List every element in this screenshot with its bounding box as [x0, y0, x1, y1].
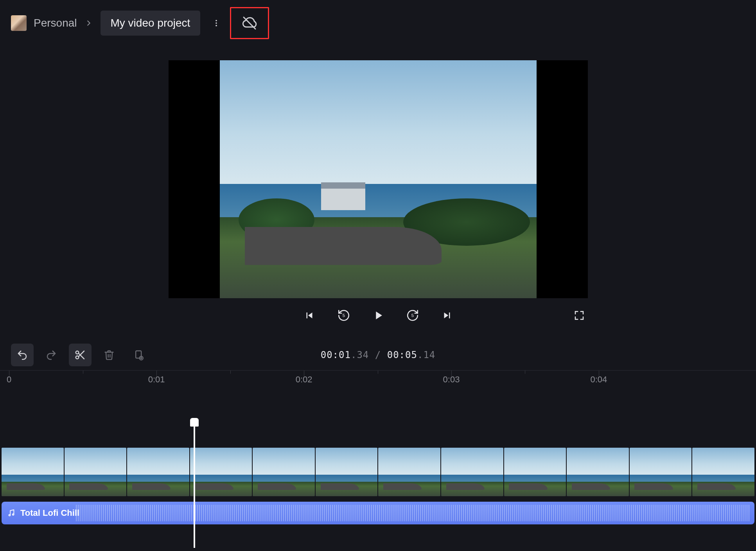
- undo-icon: [16, 349, 28, 361]
- timeline-toolbar: 00:01.34 / 00:05.14: [0, 340, 756, 366]
- audio-waveform: [76, 505, 751, 521]
- cloud-sync-button[interactable]: [239, 13, 260, 33]
- fullscreen-button[interactable]: [571, 307, 588, 324]
- ruler-label: 0: [7, 375, 11, 385]
- video-thumbnail[interactable]: [2, 448, 64, 496]
- video-thumbnail[interactable]: [630, 448, 692, 496]
- playhead[interactable]: [194, 425, 195, 548]
- scissors-icon: [74, 349, 86, 361]
- replay-5-icon: 5: [337, 309, 350, 322]
- ruler-label: 0:01: [148, 375, 165, 385]
- chevron-right-icon: [84, 18, 93, 28]
- video-thumbnail[interactable]: [378, 448, 440, 496]
- redo-button[interactable]: [40, 344, 63, 366]
- workspace-name[interactable]: Personal: [34, 17, 77, 29]
- svg-text:5: 5: [411, 313, 413, 318]
- split-button[interactable]: [69, 344, 92, 366]
- svg-point-14: [9, 515, 11, 516]
- forward-5-icon: 5: [406, 309, 419, 322]
- redo-icon: [45, 349, 57, 361]
- playback-controls: 5 5: [169, 307, 588, 324]
- timecode-current-main: 00:01: [321, 349, 351, 360]
- svg-point-15: [13, 514, 14, 515]
- trash-icon: [104, 349, 115, 360]
- ruler-label: 0:04: [591, 375, 607, 385]
- video-track[interactable]: [0, 448, 756, 496]
- preview-frame[interactable]: [169, 60, 588, 298]
- undo-button[interactable]: [11, 344, 34, 366]
- ruler-label: 0:03: [443, 375, 460, 385]
- svg-point-0: [216, 20, 217, 22]
- skip-next-icon: [441, 310, 453, 321]
- video-thumbnail[interactable]: [441, 448, 503, 496]
- timecode-current-sub: .34: [351, 349, 369, 360]
- more-vertical-icon: [212, 19, 221, 27]
- skip-previous-icon: [303, 310, 315, 321]
- audio-clip-label: Total Lofi Chill: [20, 508, 79, 518]
- timecode-total-sub: .14: [417, 349, 435, 360]
- svg-point-2: [216, 25, 217, 27]
- svg-text:5: 5: [342, 313, 345, 318]
- paste-button[interactable]: [127, 344, 149, 366]
- timeline[interactable]: Total Lofi Chill: [0, 448, 756, 548]
- video-thumbnail[interactable]: [567, 448, 629, 496]
- music-note-icon: [7, 509, 16, 517]
- video-thumbnail[interactable]: [253, 448, 315, 496]
- header-bar: Personal My video project: [0, 0, 756, 46]
- more-options-button[interactable]: [207, 14, 225, 32]
- ruler-label: 0:02: [296, 375, 312, 385]
- delete-button[interactable]: [98, 344, 120, 366]
- play-icon: [372, 309, 385, 322]
- timecode-display: 00:01.34 / 00:05.14: [321, 349, 436, 360]
- timecode-separator: /: [369, 349, 387, 360]
- svg-rect-10: [136, 351, 141, 358]
- paste-add-icon: [133, 349, 144, 360]
- video-thumbnail[interactable]: [65, 448, 127, 496]
- replay-5-button[interactable]: 5: [335, 307, 352, 324]
- timecode-total-main: 00:05: [387, 349, 417, 360]
- preview-area: 5 5: [0, 60, 756, 324]
- video-thumbnail[interactable]: [190, 448, 252, 496]
- project-title[interactable]: My video project: [101, 11, 201, 36]
- skip-previous-button[interactable]: [301, 307, 318, 324]
- video-thumbnail[interactable]: [127, 448, 189, 496]
- forward-5-button[interactable]: 5: [404, 307, 421, 324]
- skip-next-button[interactable]: [438, 307, 456, 324]
- highlighted-cloud-button: [230, 7, 269, 39]
- avatar[interactable]: [11, 15, 27, 31]
- cloud-off-icon: [242, 15, 257, 31]
- svg-point-1: [216, 22, 217, 24]
- video-thumbnail[interactable]: [692, 448, 754, 496]
- timeline-ruler[interactable]: 00:010:020:030:04: [0, 370, 756, 389]
- video-thumbnail[interactable]: [504, 448, 566, 496]
- audio-clip[interactable]: Total Lofi Chill: [2, 502, 754, 524]
- play-button[interactable]: [370, 307, 387, 324]
- preview-image: [220, 60, 537, 298]
- video-thumbnail[interactable]: [316, 448, 378, 496]
- fullscreen-icon: [573, 310, 585, 321]
